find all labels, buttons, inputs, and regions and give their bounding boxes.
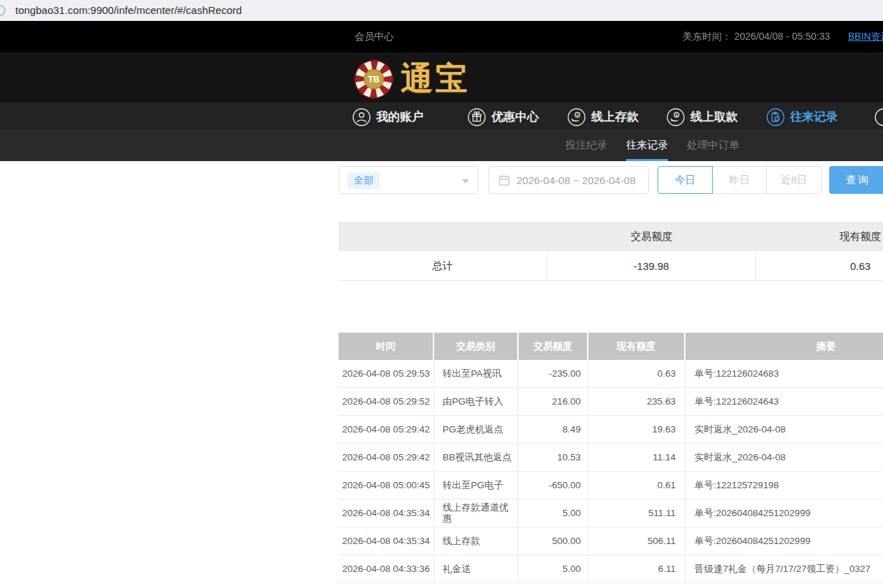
calendar-icon (498, 174, 510, 186)
cell-type: 线上存款 (434, 527, 519, 555)
summary-balance-total: 0.63 (756, 251, 883, 280)
user-icon (353, 108, 371, 126)
favicon-icon (0, 5, 6, 16)
cell-type: BB视讯其他返点 (434, 444, 519, 471)
sub-tab-inactive[interactable]: 处理中订单 (687, 131, 739, 161)
us-eastern-time: 美东时间： 2026/04/08 - 05:50:33 (683, 21, 830, 52)
cell-summary: 单号:202604084251202999 (685, 499, 883, 527)
cell-amount: 8.49 (519, 416, 588, 443)
cell-amount: 5.00 (519, 555, 588, 582)
table-row: 2026-04-08 05:29:42PG老虎机返点8.4919.63实时返水_… (339, 416, 883, 444)
cell-balance: 511.11 (588, 499, 685, 527)
table-row: 2026-04-08 05:00:45转出至PG电子-650.000.61单号:… (339, 472, 883, 499)
table-row: 2026-04-08 05:29:52由PG电子转入216.00235.63单号… (339, 388, 883, 416)
sub-tab-inactive[interactable]: 投注纪录 (565, 131, 607, 161)
cell-balance: 506.11 (588, 527, 685, 555)
bbin-news-link[interactable]: BBIN资讯 (848, 21, 883, 52)
records-header-cell: 时间 (339, 333, 434, 360)
cell-amount: -650.00 (519, 472, 588, 499)
table-row: 2026-04-08 05:29:53转出至PA视讯-235.000.63单号:… (339, 360, 883, 388)
sub-nav: 投注纪录往来记录处理中订单 (0, 131, 883, 161)
cell-time: 2026-04-08 05:29:52 (339, 388, 434, 415)
summary-header-transaction: 交易额度 (547, 222, 756, 251)
nav-item-partial[interactable] (875, 103, 883, 131)
cell-time: 2026-04-08 05:29:42 (339, 416, 434, 443)
summary-header-balance: 现有额度 (756, 222, 883, 251)
cell-balance: 0.61 (588, 472, 685, 499)
cell-summary: 晋级逢7礼金（每月7/17/27领工资）_0327 (685, 555, 883, 582)
gift-icon (468, 108, 486, 126)
brand-logo[interactable]: TB 通宝 (354, 57, 470, 100)
cell-type: 转出至PG电子 (434, 472, 519, 499)
svg-text:TB: TB (368, 75, 380, 84)
cell-amount: 10.53 (519, 444, 588, 471)
cell-summary: 实时返水_2026-04-08 (685, 416, 883, 443)
records-icon (766, 108, 785, 126)
nav-item-deposit[interactable]: ¥线上存款 (567, 103, 639, 131)
date-range-input[interactable]: 2026-04-08 ~ 2026-04-08 (489, 166, 649, 194)
url-text: tongbao31.com:9900/infe/mcenter/#/cashRe… (15, 0, 242, 21)
range-button[interactable]: 近8日 (766, 166, 822, 194)
brand-name: 通宝 (401, 57, 470, 100)
sub-tab-active[interactable]: 往来记录 (626, 131, 668, 161)
nav-item-label: 线上存款 (591, 109, 639, 125)
cell-time: 2026-04-08 05:29:53 (339, 360, 434, 387)
cell-summary: 实时返水_2026-04-08 (685, 444, 883, 471)
member-center-link[interactable]: 会员中心 (355, 21, 394, 52)
partial-icon (875, 108, 883, 126)
cell-summary: 单号:202604084251202999 (685, 527, 883, 555)
search-button[interactable]: 查询 (829, 166, 883, 194)
cell-time: 2026-04-08 04:35:34 (339, 527, 434, 555)
cell-balance: 11.14 (588, 444, 685, 471)
selected-type-tag: 全部 (348, 172, 380, 189)
nav-item-label: 线上取款 (690, 109, 738, 125)
range-button[interactable]: 昨日 (712, 166, 767, 194)
summary-table: 交易额度 现有额度 总计 -139.98 0.63 (339, 222, 883, 281)
time-value: 2026/04/08 - 05:50:33 (734, 31, 830, 42)
sub-nav-tabs: 投注纪录往来记录处理中订单 (565, 131, 739, 161)
cell-time: 2026-04-08 05:00:45 (339, 472, 434, 499)
records-header-cell: 摘要 (685, 333, 883, 360)
cell-summary: 单号:122126024643 (685, 388, 883, 415)
deposit-icon: ¥ (567, 108, 586, 126)
nav-item-gift[interactable]: 优惠中心 (468, 103, 539, 131)
cell-balance: 235.63 (588, 388, 685, 415)
summary-header-empty (339, 222, 547, 251)
cell-type: 线上存款通道优惠 (434, 499, 519, 527)
logo-bar: TB 通宝 (0, 52, 883, 103)
nav-item-records[interactable]: 往来记录 (766, 103, 838, 131)
records-header-cell: 交易类别 (434, 333, 519, 360)
records-header-row: 时间交易类别交易额度现有额度摘要 (339, 333, 883, 360)
date-range-text: 2026-04-08 ~ 2026-04-08 (517, 174, 636, 186)
address-bar[interactable]: tongbao31.com:9900/infe/mcenter/#/cashRe… (0, 0, 883, 21)
nav-item-user[interactable]: 我的账户 (353, 103, 424, 131)
cell-amount: -235.00 (519, 360, 588, 387)
chevron-down-icon (462, 179, 469, 183)
summary-transaction-total: -139.98 (547, 251, 756, 280)
top-utility-bar: 会员中心 美东时间： 2026/04/08 - 05:50:33 BBIN资讯 (0, 21, 883, 52)
cell-amount: 216.00 (519, 388, 588, 415)
main-nav: 我的账户优惠中心¥线上存款$线上取款往来记录 (0, 103, 883, 131)
range-button[interactable]: 今日 (658, 166, 713, 194)
nav-item-withdraw[interactable]: $线上取款 (667, 103, 738, 131)
nav-item-label: 我的账户 (376, 109, 424, 125)
cell-time: 2026-04-08 04:33:36 (339, 555, 434, 582)
cell-summary: 单号:122125729198 (685, 472, 883, 499)
quick-range-group: 今日昨日近8日 (658, 166, 822, 194)
records-table: 时间交易类别交易额度现有额度摘要 2026-04-08 05:29:53转出至P… (339, 333, 883, 583)
cell-summary: 单号:122126024683 (685, 360, 883, 387)
time-label: 美东时间： (683, 31, 732, 42)
cell-type: 礼金送 (434, 555, 519, 582)
transaction-type-select[interactable]: 全部 (339, 166, 478, 194)
poker-chip-icon: TB (354, 59, 394, 99)
table-row: 2026-04-08 04:35:34线上存款500.00506.11单号:20… (339, 527, 883, 555)
cell-time: 2026-04-08 04:35:34 (339, 499, 434, 527)
table-row: 2026-04-08 04:35:34线上存款通道优惠5.00511.11单号:… (339, 499, 883, 527)
nav-item-label: 往来记录 (790, 109, 838, 125)
withdraw-icon: $ (667, 108, 685, 126)
cell-type: PG老虎机返点 (434, 416, 519, 443)
table-row: 2026-04-08 04:33:36礼金送5.006.11晋级逢7礼金（每月7… (339, 555, 883, 583)
records-header-cell: 现有额度 (588, 333, 685, 360)
cell-time: 2026-04-08 05:29:42 (339, 444, 434, 471)
table-row: 2026-04-08 05:29:42BB视讯其他返点10.5311.14实时返… (339, 444, 883, 472)
